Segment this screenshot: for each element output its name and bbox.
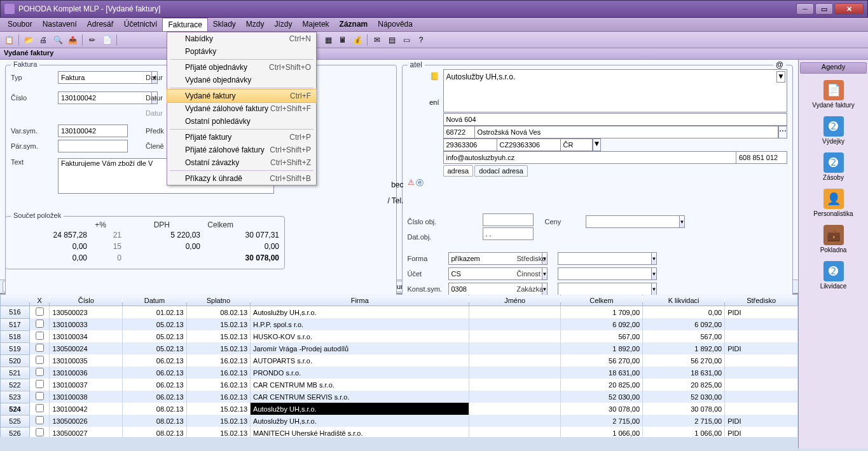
data-grid[interactable]: XČísloDatumSplatnoFirmaJménoCelkemK likv… — [0, 293, 798, 437]
tool-print-icon[interactable]: 🖨 — [37, 34, 50, 46]
col-header[interactable]: X — [29, 295, 50, 306]
table-row[interactable]: 52613050002708.02.1315.02.13MANITECH Uhe… — [1, 427, 798, 437]
cislo-input[interactable] — [58, 91, 152, 104]
tel-input[interactable] — [736, 151, 787, 164]
table-row[interactable]: 52113010003606.02.1316.02.13PRONDO s.r.o… — [1, 367, 798, 379]
row-checkbox[interactable] — [36, 404, 44, 412]
row-checkbox[interactable] — [36, 332, 44, 340]
menu-item[interactable]: Ostatní závazkyCtrl+Shift+Z — [167, 156, 316, 169]
parsym-input[interactable] — [58, 140, 128, 152]
menu-item[interactable]: Vydané zálohové fakturyCtrl+Shift+F — [167, 102, 316, 115]
menu-soubor[interactable]: Soubor — [3, 18, 38, 31]
tool-open-icon[interactable]: 📂 — [22, 34, 35, 46]
table-row[interactable]: 52513050002608.02.1315.02.13Autoslužby U… — [1, 415, 798, 427]
tool-copy-icon[interactable]: 📄 — [100, 34, 113, 46]
tab-dodaci[interactable]: dodací adresa — [474, 165, 528, 177]
ico-input[interactable] — [443, 138, 497, 151]
col-header[interactable]: K likvidaci — [643, 295, 725, 306]
tool-list-icon[interactable]: ▤ — [385, 34, 398, 46]
table-row[interactable]: 51813010003405.02.1315.02.13HUSKO-KOV s.… — [1, 330, 798, 342]
agenda-Zásoby[interactable]: ➋Zásoby — [800, 149, 867, 185]
menu-fakturace[interactable]: Fakturace — [162, 18, 207, 31]
table-row[interactable]: 52313010003806.02.1316.02.13CAR CENTRUM … — [1, 391, 798, 403]
row-checkbox[interactable] — [36, 368, 44, 376]
table-row[interactable]: 52413010004208.02.1315.02.13Autoslužby U… — [1, 403, 798, 415]
warn-icon[interactable]: ⚠ — [408, 178, 415, 187]
table-row[interactable]: 51913050002405.02.1315.02.13Jaromír Vrág… — [1, 342, 798, 354]
row-checkbox[interactable] — [36, 428, 44, 436]
cinnost-input[interactable] — [558, 267, 652, 280]
menu-item[interactable]: Ostatní pohledávky — [167, 115, 316, 128]
menu-item[interactable]: Poptávky — [167, 45, 316, 58]
varsym-input[interactable] — [58, 125, 128, 137]
tool-preview-icon[interactable]: 🔍 — [52, 34, 64, 46]
minimize-button[interactable]: ─ — [796, 3, 814, 15]
firma-field[interactable]: Autoslužby UH,s.r.o. — [445, 71, 777, 111]
agenda-Likvidace[interactable]: ➋Likvidace — [800, 257, 867, 293]
tool-money-icon[interactable]: 💰 — [351, 34, 364, 46]
row-checkbox[interactable] — [36, 416, 44, 424]
tool-grid-icon[interactable]: ▦ — [322, 34, 334, 46]
menu-napoveda[interactable]: Nápověda — [373, 18, 418, 31]
row-checkbox[interactable] — [36, 356, 44, 364]
menu-nastaveni[interactable]: Nastavení — [38, 18, 82, 31]
mesto-more-icon[interactable]: ⋯ — [778, 126, 787, 138]
menu-jizdy[interactable]: Jízdy — [270, 18, 298, 31]
col-header[interactable]: Jméno — [469, 295, 560, 306]
agenda-Personalistika[interactable]: 👤Personalistika — [800, 185, 867, 221]
stredisko-dropdown-icon[interactable]: ▼ — [652, 252, 658, 265]
zeme-input[interactable] — [561, 138, 593, 151]
menu-item[interactable]: Vydané objednávky — [167, 74, 316, 86]
col-header[interactable] — [1, 295, 30, 306]
col-header[interactable]: Středisko — [725, 295, 798, 306]
cinnost-dropdown-icon[interactable]: ▼ — [652, 267, 658, 280]
tool-calc-icon[interactable]: 🖩 — [336, 34, 349, 46]
col-header[interactable]: Firma — [251, 295, 469, 306]
close-button[interactable]: ✕ — [834, 3, 864, 15]
tool-new-icon[interactable]: 📋 — [3, 34, 15, 46]
col-header[interactable]: Datum — [123, 295, 186, 306]
row-checkbox[interactable] — [36, 320, 44, 328]
psc-input[interactable] — [443, 126, 475, 138]
menu-item[interactable]: Vydané fakturyCtrl+F — [167, 89, 317, 103]
col-header[interactable]: Splatno — [186, 295, 250, 306]
mesto-input[interactable] — [475, 126, 779, 138]
maximize-button[interactable]: ▭ — [815, 3, 833, 15]
row-checkbox[interactable] — [36, 380, 44, 388]
ceny-input[interactable] — [586, 215, 680, 228]
row-checkbox[interactable] — [36, 344, 44, 352]
dic-input[interactable] — [497, 138, 561, 151]
menu-mzdy[interactable]: Mzdy — [241, 18, 270, 31]
menu-ucetnictvi[interactable]: Účetnictví — [119, 18, 163, 31]
table-row[interactable]: 52213010003706.02.1316.02.13CAR CENTRUM … — [1, 379, 798, 391]
email-input[interactable] — [443, 151, 737, 164]
table-row[interactable]: 52013010003506.02.1316.02.13AUTOPARTS s.… — [1, 354, 798, 367]
zakazka-dropdown-icon[interactable]: ▼ — [652, 283, 658, 295]
menu-item[interactable]: Přijaté fakturyCtrl+P — [167, 131, 316, 144]
col-header[interactable]: Celkem — [560, 295, 642, 306]
tool-form-icon[interactable]: ▭ — [400, 34, 413, 46]
zeme-dropdown-icon[interactable]: ▼ — [593, 138, 602, 151]
row-checkbox[interactable] — [36, 307, 44, 316]
menu-item[interactable]: Příkazy k úhraděCtrl+Shift+B — [167, 172, 316, 185]
cisloobj-input[interactable] — [483, 213, 534, 226]
tool-edit-icon[interactable]: ✏ — [86, 34, 99, 46]
tool-help-icon[interactable]: ? — [415, 34, 427, 46]
menu-item[interactable]: NabídkyCtrl+N — [167, 32, 316, 45]
menu-sklady[interactable]: Sklady — [208, 18, 241, 31]
tool-msg-icon[interactable]: ✉ — [371, 34, 383, 46]
tool-export-icon[interactable]: 📤 — [66, 34, 79, 46]
agenda-Výdejky[interactable]: ➋Výdejky — [800, 112, 867, 149]
menu-adresar[interactable]: Adresář — [82, 18, 119, 31]
menu-zaznam[interactable]: Záznam — [334, 18, 373, 31]
stredisko-input[interactable] — [558, 252, 652, 265]
typ-input[interactable] — [58, 71, 152, 84]
book-icon[interactable]: 📒 — [430, 72, 439, 81]
firma-dropdown-icon[interactable]: ▼ — [776, 71, 785, 83]
menu-majetek[interactable]: Majetek — [298, 18, 334, 31]
ie-icon[interactable]: ⓔ — [416, 178, 424, 189]
ceny-dropdown-icon[interactable]: ▼ — [680, 215, 685, 228]
menu-item[interactable]: Přijaté objednávkyCtrl+Shift+O — [167, 61, 316, 74]
agenda-Pokladna[interactable]: 💼Pokladna — [800, 221, 867, 257]
zakazka-input[interactable] — [558, 283, 652, 295]
